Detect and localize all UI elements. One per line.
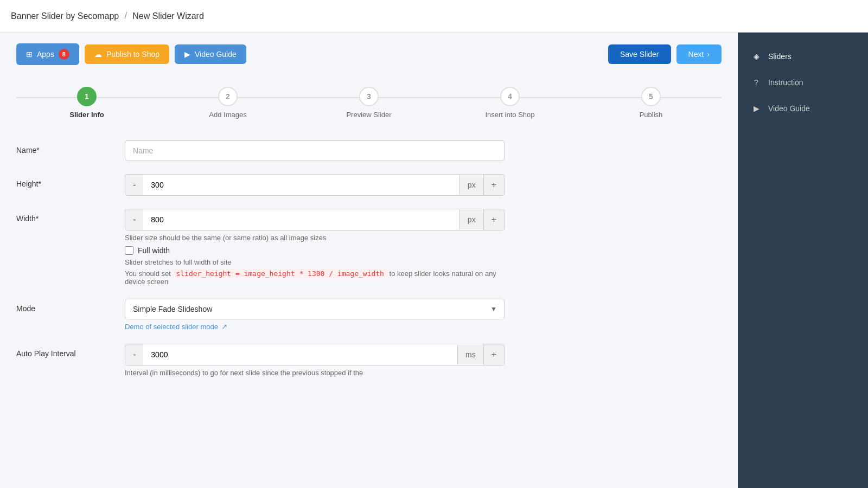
autoplay-decrease-button[interactable]: - bbox=[125, 344, 143, 365]
autoplay-label: Auto Play Interval bbox=[16, 344, 125, 358]
step-1-circle: 1 bbox=[77, 87, 97, 106]
mode-select-wrap: Simple Fade Slideshow Horizontal Slide V… bbox=[125, 299, 505, 319]
apps-button[interactable]: ⊞ Apps 8 bbox=[16, 43, 79, 65]
apps-badge: 8 bbox=[59, 49, 69, 60]
apps-grid-icon: ⊞ bbox=[26, 50, 33, 59]
height-label: Height* bbox=[16, 174, 125, 188]
height-input[interactable] bbox=[143, 175, 459, 195]
apps-label: Apps bbox=[37, 50, 54, 59]
height-increase-button[interactable]: + bbox=[483, 175, 504, 195]
autoplay-hint: Interval (in milliseconds) to go for nex… bbox=[125, 369, 505, 377]
video-guide-label: Video Guide bbox=[195, 50, 237, 59]
width-decrease-button[interactable]: - bbox=[125, 209, 143, 230]
demo-link[interactable]: Demo of selected slider mode ↗ bbox=[125, 323, 505, 331]
step-3: 3 Preview Slider bbox=[298, 87, 439, 119]
step-4-label: Insert into Shop bbox=[485, 111, 534, 119]
sidebar-item-video-guide[interactable]: ▶ Video Guide bbox=[738, 95, 868, 121]
step-5-label: Publish bbox=[640, 111, 663, 119]
toolbar: ⊞ Apps 8 ☁ Publish to Shop ▶ Video Guide… bbox=[16, 43, 722, 65]
save-slider-button[interactable]: Save Slider bbox=[608, 44, 671, 64]
mode-label: Mode bbox=[16, 299, 125, 313]
breadcrumb-separator: / bbox=[124, 10, 127, 22]
name-row: Name* bbox=[16, 140, 505, 161]
step-1: 1 Slider Info bbox=[16, 87, 157, 119]
next-label: Next bbox=[688, 50, 704, 59]
width-input[interactable] bbox=[143, 210, 459, 229]
code-hint: You should set slider_height = image_hei… bbox=[125, 269, 505, 286]
autoplay-increase-button[interactable]: + bbox=[483, 344, 504, 365]
sidebar-sliders-label: Sliders bbox=[768, 52, 792, 61]
width-input-group: - px + bbox=[125, 209, 505, 230]
step-4-circle: 4 bbox=[500, 87, 520, 106]
cloud-icon: ☁ bbox=[94, 50, 102, 59]
slider-form: Name* Height* - px + Width* bbox=[16, 140, 505, 377]
name-input[interactable] bbox=[125, 140, 505, 161]
arrow-right-icon: › bbox=[707, 50, 710, 59]
demo-label: Demo of selected slider mode bbox=[125, 323, 218, 331]
step-2-circle: 2 bbox=[218, 87, 238, 106]
full-width-hint: Slider stretches to full width of site bbox=[125, 258, 505, 266]
full-width-row: Full width bbox=[125, 246, 505, 255]
save-label: Save Slider bbox=[620, 50, 659, 59]
width-unit: px bbox=[459, 210, 483, 229]
sliders-icon: ◈ bbox=[751, 51, 762, 62]
height-row: Height* - px + bbox=[16, 174, 505, 196]
width-row: Width* - px + Slider size should be the … bbox=[16, 209, 505, 286]
publish-shop-label: Publish to Shop bbox=[106, 50, 159, 59]
video-guide-button[interactable]: ▶ Video Guide bbox=[175, 44, 246, 64]
step-2: 2 Add Images bbox=[157, 87, 298, 119]
breadcrumb-app: Banner Slider by Secomapp bbox=[11, 11, 119, 21]
play-icon: ▶ bbox=[751, 103, 762, 114]
autoplay-row: Auto Play Interval - ms + Interval (in m… bbox=[16, 344, 505, 377]
step-1-label: Slider Info bbox=[69, 111, 104, 119]
external-link-icon: ↗ bbox=[221, 323, 227, 331]
step-3-circle: 3 bbox=[359, 87, 379, 106]
height-decrease-button[interactable]: - bbox=[125, 175, 143, 195]
sidebar-video-guide-label: Video Guide bbox=[768, 104, 810, 113]
next-button[interactable]: Next › bbox=[676, 44, 722, 64]
height-input-group: - px + bbox=[125, 174, 505, 196]
step-4: 4 Insert into Shop bbox=[439, 87, 580, 119]
autoplay-input[interactable] bbox=[143, 345, 457, 364]
sidebar: ◈ Sliders ? Instruction ▶ Video Guide bbox=[738, 33, 868, 488]
step-5-circle: 5 bbox=[641, 87, 661, 106]
step-3-label: Preview Slider bbox=[346, 111, 391, 119]
publish-shop-button[interactable]: ☁ Publish to Shop bbox=[85, 44, 169, 64]
full-width-label[interactable]: Full width bbox=[138, 246, 170, 255]
full-width-checkbox[interactable] bbox=[125, 246, 133, 255]
breadcrumb-page: New Slider Wizard bbox=[132, 11, 204, 21]
width-increase-button[interactable]: + bbox=[483, 209, 504, 230]
autoplay-unit: ms bbox=[457, 345, 483, 364]
sidebar-item-sliders[interactable]: ◈ Sliders bbox=[738, 43, 868, 69]
height-unit: px bbox=[459, 175, 483, 195]
code-inline: slider_height = image_height * 1300 / im… bbox=[173, 268, 387, 279]
mode-select[interactable]: Simple Fade Slideshow Horizontal Slide V… bbox=[125, 299, 505, 319]
question-icon: ? bbox=[751, 77, 762, 88]
step-2-label: Add Images bbox=[209, 111, 246, 119]
breadcrumb: Banner Slider by Secomapp / New Slider W… bbox=[11, 10, 204, 22]
mode-row: Mode Simple Fade Slideshow Horizontal Sl… bbox=[16, 299, 505, 331]
name-label: Name* bbox=[16, 140, 125, 155]
size-hint: Slider size should be the same (or same … bbox=[125, 234, 505, 242]
sidebar-instruction-label: Instruction bbox=[768, 78, 803, 87]
autoplay-input-group: - ms + bbox=[125, 344, 505, 365]
step-5: 5 Publish bbox=[580, 87, 722, 119]
steps-bar: 1 Slider Info 2 Add Images 3 Preview Sli… bbox=[16, 81, 722, 124]
video-icon: ▶ bbox=[184, 50, 190, 59]
width-label: Width* bbox=[16, 209, 125, 223]
sidebar-item-instruction[interactable]: ? Instruction bbox=[738, 69, 868, 95]
